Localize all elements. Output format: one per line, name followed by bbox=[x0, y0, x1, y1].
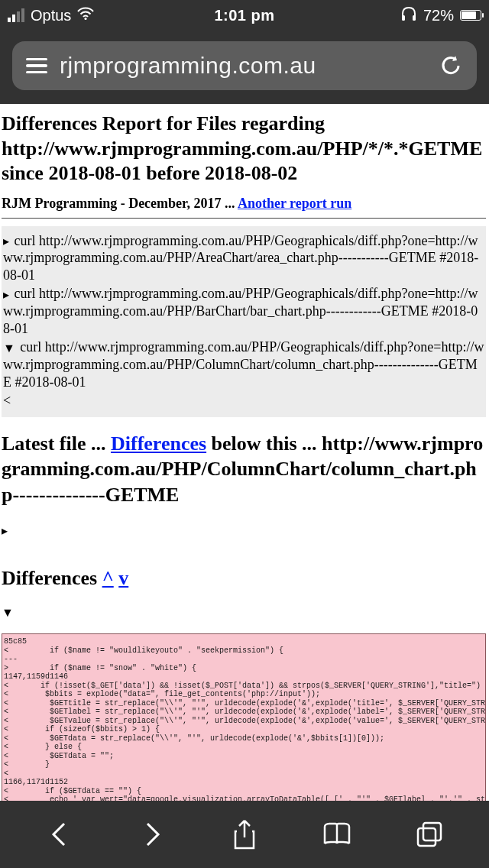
disclosure-down-icon[interactable]: ▼ bbox=[2, 606, 14, 620]
commands-tail: < bbox=[3, 392, 484, 410]
diff-output: 85c85 < if ($name != "wouldlikeyouto" . … bbox=[2, 633, 486, 815]
svg-rect-4 bbox=[418, 828, 436, 846]
curl-row-1[interactable]: ▸ curl http://www.rjmprogramming.com.au/… bbox=[3, 232, 484, 284]
reader-menu-icon[interactable] bbox=[26, 58, 47, 74]
curl-row-2[interactable]: ▸ curl http://www.rjmprogramming.com.au/… bbox=[3, 285, 484, 337]
another-report-link[interactable]: Another report run bbox=[238, 196, 351, 211]
battery-pct: 72% bbox=[423, 7, 454, 24]
diff-disclosure[interactable]: ▼ bbox=[2, 604, 486, 620]
svg-rect-2 bbox=[413, 15, 416, 21]
latest-file-pre: Latest file ... bbox=[2, 432, 111, 455]
curl-commands-block: ▸ curl http://www.rjmprogramming.com.au/… bbox=[2, 226, 486, 417]
status-left: Optus bbox=[8, 7, 94, 24]
url-text: rjmprogramming.com.au bbox=[60, 53, 426, 79]
disclosure-down-icon[interactable]: ▼ bbox=[3, 341, 15, 356]
nav-down-link[interactable]: v bbox=[118, 567, 128, 589]
disclosure-right-icon[interactable]: ▸ bbox=[3, 287, 9, 303]
svg-rect-1 bbox=[402, 15, 405, 21]
svg-rect-3 bbox=[423, 823, 441, 840]
tabs-button[interactable] bbox=[405, 810, 454, 859]
url-bar[interactable]: rjmprogramming.com.au bbox=[12, 41, 477, 90]
back-button[interactable] bbox=[35, 810, 84, 859]
disclosure-right-icon[interactable]: ▸ bbox=[3, 234, 9, 249]
svg-point-0 bbox=[85, 17, 87, 19]
byline: RJM Programming - December, 2017 ... Ano… bbox=[2, 196, 486, 212]
byline-prefix: RJM Programming - December, 2017 ... bbox=[2, 196, 238, 211]
signal-icon bbox=[8, 8, 24, 22]
curl-text-3: curl http://www.rjmprogramming.com.au/PH… bbox=[3, 339, 484, 389]
reload-icon[interactable] bbox=[439, 53, 463, 78]
browser-toolbar bbox=[0, 801, 489, 868]
battery-icon bbox=[460, 10, 481, 21]
headphones-icon bbox=[400, 6, 417, 25]
page-content: Differences Report for Files regarding h… bbox=[0, 104, 489, 815]
browser-navbar: rjmprogramming.com.au bbox=[0, 31, 489, 104]
page-title: Differences Report for Files regarding h… bbox=[2, 112, 486, 186]
latest-file-heading: Latest file ... Differences below this .… bbox=[2, 431, 486, 508]
wifi-icon bbox=[77, 7, 94, 24]
differences-link[interactable]: Differences bbox=[111, 432, 206, 455]
carrier-label: Optus bbox=[31, 7, 71, 24]
bookmarks-button[interactable] bbox=[313, 810, 361, 859]
curl-text-2: curl http://www.rjmprogramming.com.au/PH… bbox=[3, 286, 478, 335]
header-rule bbox=[2, 218, 486, 219]
curl-row-3[interactable]: ▼ curl http://www.rjmprogramming.com.au/… bbox=[3, 338, 484, 390]
share-button[interactable] bbox=[220, 810, 269, 859]
forward-button[interactable] bbox=[128, 810, 176, 859]
differences-label: Differences bbox=[2, 567, 102, 589]
status-bar: Optus 1:01 pm 72% bbox=[0, 0, 489, 31]
curl-text-1: curl http://www.rjmprogramming.com.au/PH… bbox=[3, 233, 478, 283]
disclosure-right-icon[interactable]: ▸ bbox=[2, 523, 8, 538]
status-right: 72% bbox=[400, 6, 481, 25]
section-disclosure[interactable]: ▸ bbox=[2, 522, 486, 538]
nav-up-link[interactable]: ^ bbox=[102, 567, 114, 589]
differences-heading: Differences ^ v bbox=[2, 567, 486, 590]
